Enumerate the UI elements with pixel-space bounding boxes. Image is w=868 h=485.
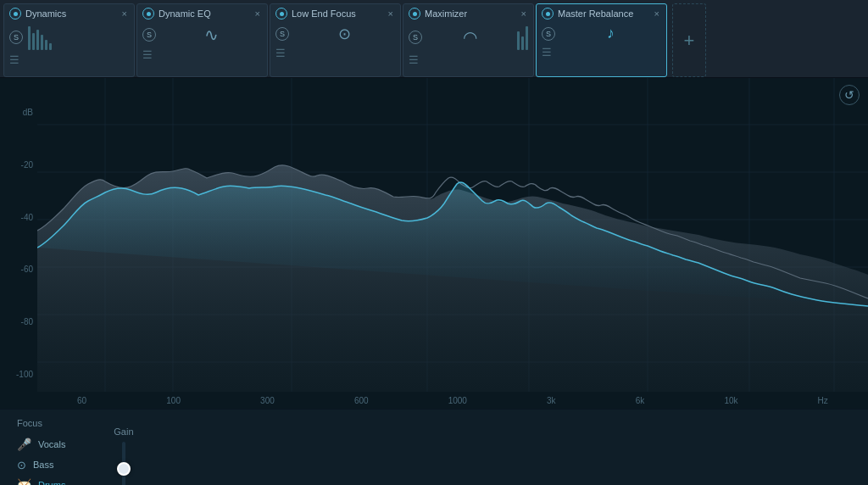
plugin-card-dynamic-eq[interactable]: Dynamic EQ × S ∿ ☰ <box>136 3 268 77</box>
reset-button[interactable]: ↺ <box>839 85 860 105</box>
db-labels: dB -20 -40 -60 -80 -100 <box>0 78 37 409</box>
freq-300: 300 <box>260 396 275 405</box>
db-label-40: -40 <box>0 213 37 222</box>
solo-btn-maximizer[interactable]: S <box>409 31 422 44</box>
power-btn-master-rebalance[interactable] <box>542 8 554 20</box>
plugin-header-low-end-focus: Low End Focus × <box>275 8 395 20</box>
plugin-card-low-end-focus[interactable]: Low End Focus × S ⊙ ☰ <box>270 3 401 77</box>
drums-icon: 🥁 <box>17 478 31 485</box>
plugin-controls-low-end-focus: S ⊙ <box>275 25 395 43</box>
spectrum-svg <box>37 78 868 392</box>
gain-slider-container: 2.7 dB <box>110 442 137 485</box>
db-label-60: -60 <box>0 265 37 274</box>
maximizer-icon: ◠ <box>427 27 512 47</box>
plugin-header-dynamic-eq: Dynamic EQ × <box>142 8 262 20</box>
vbar <box>521 36 524 50</box>
close-btn-dynamics[interactable]: × <box>120 8 129 19</box>
db-label-db: dB <box>0 108 37 117</box>
focus-item-drums: 🥁 Drums <box>17 476 85 485</box>
eq-curve-icon: ∿ <box>161 25 262 45</box>
plugin-controls-master-rebalance: S ♪ <box>542 25 661 42</box>
db-label-80: -80 <box>0 317 37 326</box>
list-icon-master-rebalance[interactable]: ☰ <box>542 46 661 59</box>
vbar <box>45 40 47 50</box>
freq-hz: Hz <box>818 396 828 405</box>
db-label-20: -20 <box>0 160 37 170</box>
vbar <box>41 35 43 50</box>
add-plugin-button[interactable]: + <box>672 3 706 77</box>
solo-btn-dynamics[interactable]: S <box>9 31 23 44</box>
vbar <box>28 26 31 50</box>
vocals-label: Vocals <box>38 439 85 449</box>
rebalance-icon: ♪ <box>560 25 661 42</box>
vbar <box>36 30 39 50</box>
plugin-controls-dynamics: S <box>9 25 129 50</box>
freq-6k: 6k <box>636 396 645 405</box>
freq-60: 60 <box>77 396 86 405</box>
bottom-controls: Focus 🎤 Vocals ⊙ Bass 🥁 Drums Gain 2.7 d… <box>0 409 868 485</box>
bass-icon: ⊙ <box>17 459 26 471</box>
vmeters-dynamics <box>28 25 52 50</box>
plugin-name-maximizer: Maximizer <box>425 8 515 19</box>
plugin-strip: Dynamics × S ☰ Dynamic EQ × S ∿ ☰ <box>0 0 868 78</box>
power-btn-dynamic-eq[interactable] <box>142 8 154 20</box>
vocals-icon: 🎤 <box>17 438 31 451</box>
bass-label: Bass <box>33 460 80 470</box>
gain-slider-track[interactable] <box>122 442 125 485</box>
freq-10k: 10k <box>724 396 737 405</box>
gain-header: Gain <box>114 426 133 437</box>
vbar <box>526 26 528 50</box>
plugin-controls-dynamic-eq: S ∿ <box>142 25 262 45</box>
focus-item-bass: ⊙ Bass <box>17 455 85 474</box>
power-btn-low-end-focus[interactable] <box>275 8 287 20</box>
close-btn-master-rebalance[interactable]: × <box>653 8 661 19</box>
power-btn-maximizer[interactable] <box>409 8 420 20</box>
focus-column: Focus 🎤 Vocals ⊙ Bass 🥁 Drums <box>17 418 85 485</box>
close-btn-low-end-focus[interactable]: × <box>387 8 395 19</box>
gain-slider-thumb[interactable] <box>117 462 131 476</box>
solo-btn-dynamic-eq[interactable]: S <box>142 28 156 42</box>
close-btn-dynamic-eq[interactable]: × <box>253 8 262 19</box>
plugin-header-master-rebalance: Master Rebalance × <box>542 8 661 20</box>
vbar <box>49 43 52 50</box>
vmeters-maximizer <box>517 25 528 50</box>
plugin-card-master-rebalance[interactable]: Master Rebalance × S ♪ ☰ <box>536 3 667 77</box>
vbar <box>32 33 35 50</box>
plugin-card-maximizer[interactable]: Maximizer × S ◠ ☰ <box>403 3 534 77</box>
power-btn-dynamics[interactable] <box>9 8 21 20</box>
freq-3k: 3k <box>547 396 556 405</box>
close-btn-maximizer[interactable]: × <box>520 8 528 19</box>
plugin-header-dynamics: Dynamics × <box>9 8 129 20</box>
list-icon-dynamics[interactable]: ☰ <box>9 53 129 66</box>
plugin-controls-maximizer: S ◠ <box>409 25 528 50</box>
freq-100: 100 <box>166 396 181 405</box>
plugin-name-dynamic-eq: Dynamic EQ <box>159 8 249 19</box>
plugin-name-low-end-focus: Low End Focus <box>292 8 382 19</box>
focus-item-vocals: 🎤 Vocals <box>17 435 85 454</box>
list-icon-maximizer[interactable]: ☰ <box>409 53 528 66</box>
plugin-name-dynamics: Dynamics <box>25 8 116 19</box>
focus-header: Focus <box>17 418 85 428</box>
focus-icon-plugin: ⊙ <box>294 25 395 43</box>
freq-600: 600 <box>354 396 369 405</box>
vbar <box>517 31 520 50</box>
db-label-100: -100 <box>0 370 37 379</box>
solo-btn-master-rebalance[interactable]: S <box>542 27 555 41</box>
plugin-name-master-rebalance: Master Rebalance <box>558 8 648 19</box>
plugin-card-dynamics[interactable]: Dynamics × S ☰ <box>3 3 135 77</box>
spectrum-area: dB -20 -40 -60 -80 -100 <box>0 78 868 409</box>
focus-panel: Focus 🎤 Vocals ⊙ Bass 🥁 Drums Gain 2.7 d… <box>0 410 154 485</box>
plugin-header-maximizer: Maximizer × <box>409 8 528 20</box>
solo-btn-low-end-focus[interactable]: S <box>275 27 289 41</box>
freq-labels: 60 100 300 600 1000 3k 6k 10k Hz <box>37 396 868 405</box>
gain-column: Gain 2.7 dB <box>110 418 137 485</box>
list-icon-dynamic-eq[interactable]: ☰ <box>142 48 262 61</box>
freq-1000: 1000 <box>448 396 467 405</box>
list-icon-low-end-focus[interactable]: ☰ <box>275 47 395 59</box>
drums-label: Drums <box>38 480 85 485</box>
